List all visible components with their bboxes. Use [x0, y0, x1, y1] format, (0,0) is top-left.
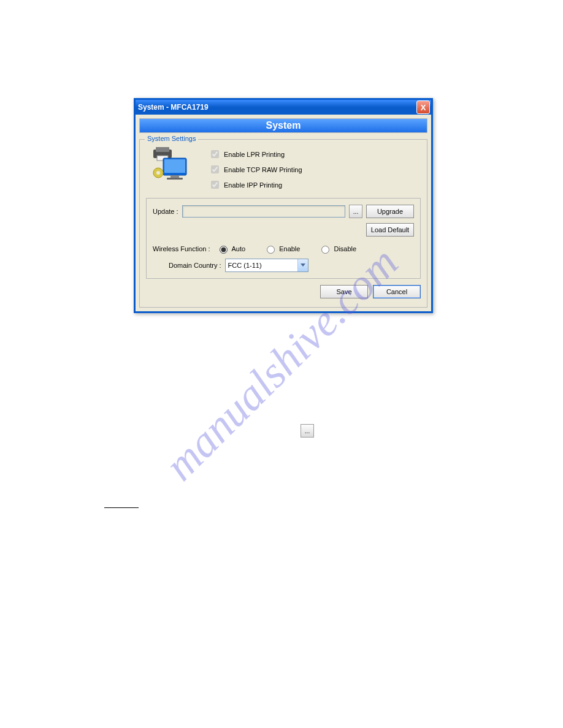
radio-item-enable: Enable: [264, 244, 300, 254]
wireless-enable-radio[interactable]: [267, 246, 275, 254]
wireless-auto-radio[interactable]: [220, 246, 228, 254]
svg-point-8: [156, 171, 160, 175]
dialog-footer: Save Cancel: [146, 285, 421, 301]
wireless-disable-radio[interactable]: [321, 246, 329, 254]
save-button[interactable]: Save: [320, 285, 368, 298]
update-row: Update : ... Upgrade: [153, 205, 414, 218]
svg-rect-1: [156, 147, 169, 152]
wireless-function-label: Wireless Function :: [153, 245, 210, 252]
enable-lpr-checkbox[interactable]: [211, 150, 219, 158]
wireless-row: Wireless Function : Auto Enable Disab: [153, 244, 414, 254]
printer-monitor-icon: [151, 147, 190, 184]
load-default-button[interactable]: Load Default: [366, 223, 414, 237]
radio-item-disable: Disable: [318, 244, 356, 254]
top-row: Enable LPR Printing Enable TCP RAW Print…: [146, 147, 421, 191]
domain-country-value: FCC (1-11): [228, 262, 262, 269]
wireless-auto-label: Auto: [232, 245, 246, 252]
svg-rect-6: [167, 178, 183, 180]
check-row-ipp: Enable IPP Printing: [209, 179, 302, 191]
close-button[interactable]: X: [416, 100, 430, 114]
domain-country-label: Domain Country :: [169, 262, 221, 269]
svg-rect-4: [164, 159, 185, 173]
update-label: Update :: [153, 208, 178, 215]
groupbox-label: System Settings: [145, 135, 198, 142]
system-settings-group: System Settings: [139, 139, 427, 308]
enable-ipp-label: Enable IPP Printing: [224, 181, 282, 189]
ellipsis-icon: ...: [305, 428, 310, 434]
window-title: System - MFCA1719: [138, 103, 209, 112]
ellipsis-icon: ...: [353, 208, 358, 215]
update-panel: Update : ... Upgrade Load Default Wirele…: [146, 198, 421, 279]
printing-checks: Enable LPR Printing Enable TCP RAW Print…: [209, 148, 302, 191]
enable-lpr-label: Enable LPR Printing: [224, 151, 285, 158]
domain-country-select[interactable]: FCC (1-11): [225, 259, 308, 272]
section-banner: System: [139, 118, 427, 133]
load-default-row: Load Default: [153, 223, 414, 237]
underline-decoration: [104, 507, 139, 508]
svg-rect-5: [170, 175, 179, 178]
upgrade-button[interactable]: Upgrade: [366, 205, 414, 218]
wireless-enable-label: Enable: [279, 245, 300, 252]
update-path-input[interactable]: [182, 205, 345, 218]
wireless-radio-group: Auto Enable Disable: [216, 244, 357, 254]
chevron-down-icon: [297, 259, 308, 271]
standalone-browse-button[interactable]: ...: [301, 424, 314, 438]
wireless-disable-label: Disable: [334, 245, 356, 252]
enable-ipp-checkbox[interactable]: [211, 181, 219, 189]
radio-item-auto: Auto: [216, 244, 246, 254]
check-row-tcp: Enable TCP RAW Printing: [209, 164, 302, 175]
close-icon: X: [421, 103, 426, 112]
system-dialog: System - MFCA1719 X System System Settin…: [134, 98, 433, 313]
enable-tcp-label: Enable TCP RAW Printing: [224, 166, 302, 173]
dialog-body: System System Settings: [136, 115, 431, 311]
domain-row: Domain Country : FCC (1-11): [153, 259, 414, 272]
check-row-lpr: Enable LPR Printing: [209, 148, 302, 160]
svg-marker-9: [301, 264, 305, 267]
enable-tcp-checkbox[interactable]: [211, 165, 219, 173]
cancel-button[interactable]: Cancel: [373, 285, 421, 298]
titlebar[interactable]: System - MFCA1719 X: [136, 100, 431, 115]
browse-button[interactable]: ...: [349, 205, 362, 218]
